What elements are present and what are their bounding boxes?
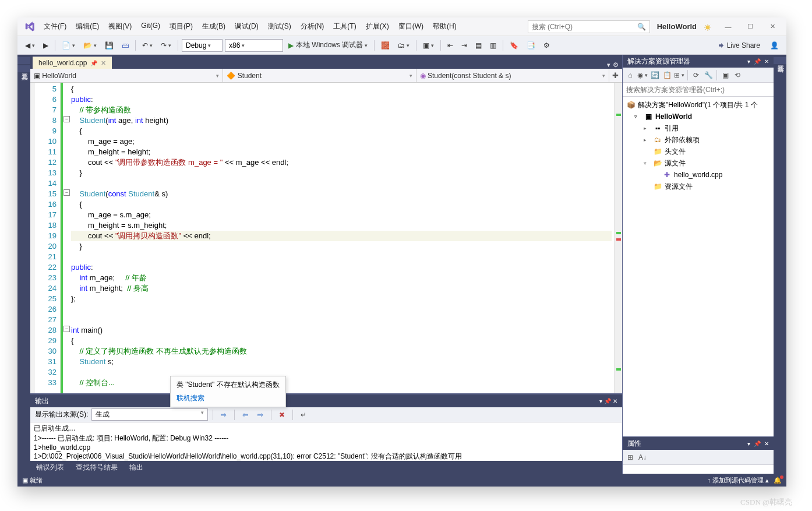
source-node[interactable]: ▿📂源文件: [623, 157, 774, 169]
output-prev-icon[interactable]: ⇦: [239, 408, 251, 421]
sln-tool-4[interactable]: ⟳: [691, 70, 701, 80]
minimize-button[interactable]: —: [718, 20, 739, 34]
sln-tool-1[interactable]: ◉: [637, 70, 648, 80]
sln-tool-7[interactable]: ⟲: [732, 70, 743, 80]
file-tab[interactable]: hello_world.cpp 📌 ✕: [33, 57, 112, 69]
redo-button[interactable]: ↷: [158, 39, 174, 52]
notification-bell-icon[interactable]: 🔔: [774, 477, 782, 484]
open-button[interactable]: 📂: [80, 39, 100, 52]
save-button[interactable]: 💾: [102, 39, 116, 52]
code-editor[interactable]: 5678910111213141516171819202122232425262…: [30, 83, 622, 393]
new-file-button[interactable]: 📄: [59, 39, 78, 52]
headers-node[interactable]: 📁头文件: [623, 146, 774, 157]
sln-home-icon[interactable]: ⌂: [625, 70, 636, 80]
menu-item[interactable]: Git(G): [137, 19, 164, 34]
output-pin-icon[interactable]: ▾ 📌 ✕: [599, 398, 617, 404]
output-source-dropdown[interactable]: 生成▾: [91, 408, 208, 421]
output-clear-icon[interactable]: ✖: [276, 408, 288, 421]
save-all-button[interactable]: 🗃: [119, 39, 132, 52]
comment-icon[interactable]: ▤: [472, 39, 485, 52]
menu-item[interactable]: 窗口(W): [394, 19, 428, 34]
output-next-icon[interactable]: ⇨: [255, 408, 266, 421]
sln-tool-5[interactable]: 🔧: [703, 70, 714, 80]
tabstrip-options-icon[interactable]: ⚙: [613, 61, 619, 69]
menu-item[interactable]: 帮助(H): [429, 19, 461, 34]
menu-item[interactable]: 项目(P): [165, 19, 197, 34]
resources-node[interactable]: 📁资源文件: [623, 181, 774, 192]
prop-pin-icon[interactable]: 📌: [754, 440, 761, 447]
start-debug-button[interactable]: ▶本地 Windows 调试器: [285, 39, 370, 52]
pane-menu-icon[interactable]: ▾: [747, 58, 750, 65]
search-input[interactable]: [532, 23, 637, 31]
class-dropdown[interactable]: 🔶 Student▾: [223, 69, 416, 82]
nav-back-button[interactable]: ◀: [22, 39, 38, 52]
menu-item[interactable]: 生成(B): [198, 19, 230, 34]
menu-item[interactable]: 文件(F): [40, 19, 70, 34]
undo-button[interactable]: ↶: [139, 39, 156, 52]
find-symbol-tab[interactable]: 查找符号结果: [73, 461, 120, 474]
config-dropdown[interactable]: Debug: [182, 39, 223, 52]
output-text[interactable]: 已启动生成…1>------ 已启动生成: 项目: HelloWorld, 配置…: [30, 422, 622, 461]
tabstrip-menu-icon[interactable]: ▾: [607, 61, 610, 69]
pin-icon[interactable]: 📌: [90, 60, 97, 66]
solution-search[interactable]: [623, 83, 774, 97]
uncomment-icon[interactable]: ▥: [487, 39, 499, 52]
error-list-tab[interactable]: 错误列表: [34, 461, 66, 474]
tooltip-search-link[interactable]: 联机搜索: [176, 393, 280, 403]
notification-bulb-icon[interactable]: [704, 22, 713, 31]
output-tab[interactable]: 输出: [127, 461, 146, 474]
output-wrap-icon[interactable]: ↵: [298, 408, 309, 421]
sln-tool-6[interactable]: ▣: [720, 70, 730, 80]
bookmark-icon[interactable]: 🔖: [507, 39, 521, 52]
close-tab-icon[interactable]: ✕: [101, 59, 106, 67]
tool-icon-3[interactable]: ▣: [420, 39, 437, 52]
member-dropdown[interactable]: ◉ Student(const Student & s)▾: [416, 69, 609, 82]
tool-icon-1[interactable]: 🧱: [378, 39, 393, 52]
source-file-node[interactable]: ✚hello_world.cpp: [623, 169, 774, 181]
prop-sort-icon[interactable]: A↓: [637, 452, 648, 463]
split-view-button[interactable]: ✚: [609, 69, 622, 82]
scope-dropdown[interactable]: ▣ HelloWorld▾: [30, 69, 223, 82]
sln-sync-icon[interactable]: 🔄: [649, 70, 660, 80]
code-body[interactable]: {public: // 带参构造函数 Student(int age, int …: [69, 83, 614, 393]
solution-search-input[interactable]: [626, 86, 770, 94]
close-button[interactable]: ✕: [762, 20, 783, 34]
tool-icon-4[interactable]: 📑: [524, 39, 538, 52]
solution-root[interactable]: 📦解决方案"HelloWorld"(1 个项目/共 1 个: [623, 99, 774, 111]
menu-item[interactable]: 分析(N): [296, 19, 329, 34]
feedback-icon[interactable]: 👤: [767, 39, 782, 52]
add-source-control-button[interactable]: ↑ 添加到源代码管理 ▴: [707, 476, 769, 485]
menu-item[interactable]: 编辑(E): [72, 19, 103, 34]
menu-item[interactable]: 视图(V): [104, 19, 136, 34]
overview-ruler[interactable]: [614, 83, 622, 393]
outlining-margin[interactable]: −−−: [61, 83, 69, 393]
menu-item[interactable]: 调试(D): [231, 19, 263, 34]
project-node[interactable]: ▿▣HelloWorld: [623, 111, 774, 122]
platform-dropdown[interactable]: x86: [225, 39, 283, 52]
live-share-button[interactable]: Live Share: [712, 40, 765, 51]
diagnostics-tab[interactable]: 诊断工具: [774, 57, 786, 64]
output-goto-icon[interactable]: ⇨: [218, 408, 230, 421]
menu-item[interactable]: 测试(S): [264, 19, 295, 34]
sln-tool-2[interactable]: 📋: [662, 70, 672, 80]
nav-forward-button[interactable]: ▶: [40, 39, 51, 52]
indent-in-icon[interactable]: ⇥: [458, 39, 470, 52]
search-box[interactable]: 🔍: [528, 20, 650, 33]
menu-item[interactable]: 工具(T): [329, 19, 360, 34]
references-node[interactable]: ▸▪▪引用: [623, 122, 774, 134]
pane-close-icon[interactable]: ✕: [764, 58, 769, 65]
external-deps-node[interactable]: ▸🗂外部依赖项: [623, 134, 774, 146]
pane-pin-icon[interactable]: 📌: [754, 58, 761, 65]
prop-menu-icon[interactable]: ▾: [747, 440, 750, 447]
indent-out-icon[interactable]: ⇤: [444, 39, 456, 52]
tool-icon-5[interactable]: ⚙: [541, 39, 553, 52]
sln-tool-3[interactable]: ⊞: [674, 70, 684, 80]
solution-tree[interactable]: 📦解决方案"HelloWorld"(1 个项目/共 1 个 ▿▣HelloWor…: [623, 97, 774, 436]
tool-icon-2[interactable]: 🗂: [395, 39, 412, 52]
menu-item[interactable]: 扩展(X): [362, 19, 393, 34]
maximize-button[interactable]: ☐: [740, 20, 761, 34]
server-explorer-tab[interactable]: 服务器资源管理器: [17, 57, 30, 64]
toolbox-tab[interactable]: 工具箱: [17, 65, 30, 72]
prop-close-icon[interactable]: ✕: [764, 440, 769, 447]
prop-categorize-icon[interactable]: ⊞: [625, 452, 636, 463]
